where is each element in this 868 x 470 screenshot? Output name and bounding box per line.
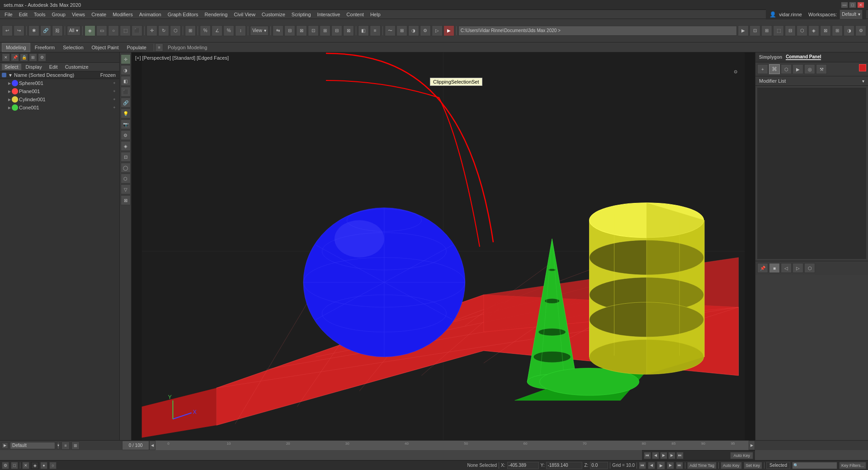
layer-manager[interactable]: ◧ [358, 25, 369, 36]
lt-smooth[interactable]: ◑ [121, 65, 131, 75]
menu-views[interactable]: Views [69, 11, 88, 18]
y-value[interactable]: -1859.140 [546, 462, 582, 469]
obj-name-cone[interactable]: Cone001 [19, 105, 110, 110]
mb-pin[interactable]: 📌 [757, 263, 768, 273]
username[interactable]: vidar.rinne [779, 12, 802, 17]
frame-nav-right[interactable]: ▶ [749, 441, 755, 450]
lt-mod[interactable]: ⚙ [121, 130, 131, 140]
selection-filter[interactable]: All▾ [67, 26, 80, 36]
select-crossing[interactable]: ⬚ [120, 25, 131, 36]
lt-cam[interactable]: 📷 [121, 119, 131, 129]
align-camera[interactable]: ⊟ [331, 25, 342, 36]
se-close[interactable]: ✕ [2, 53, 10, 61]
material-editor[interactable]: ◑ [408, 25, 419, 36]
scene-explorer-btn[interactable]: ≡ [370, 25, 381, 36]
se-pin[interactable]: 📌 [11, 53, 19, 61]
layer-name[interactable]: Default [10, 442, 55, 449]
obj-row-cylinder[interactable]: ▶ Cylinder001 + [0, 95, 119, 103]
lt-wire[interactable]: ◈ [121, 141, 131, 151]
snap-3d[interactable]: % [200, 25, 211, 36]
se-tab-display[interactable]: Display [23, 64, 45, 70]
obj-expand-cone[interactable]: ▶ [8, 106, 11, 110]
select-link[interactable]: 🔗 [40, 25, 51, 36]
play-btn[interactable]: ▶ [660, 452, 667, 459]
unlink-button[interactable]: ⛓ [52, 25, 63, 36]
minimize-button[interactable]: — [841, 2, 848, 8]
cp-utilities[interactable]: ⚒ [816, 64, 827, 74]
prev-frame[interactable]: ◀ [652, 452, 659, 459]
ref-coord-btn[interactable]: ⊞ [185, 25, 196, 36]
maximize-button[interactable]: □ [849, 2, 856, 8]
mb-extra[interactable]: ⬡ [804, 263, 815, 273]
set-key[interactable]: Set Key [744, 462, 763, 469]
close-button[interactable]: ✕ [857, 2, 864, 8]
se-cols[interactable]: ⊞ [29, 53, 37, 61]
menu-edit[interactable]: Edit [16, 11, 30, 18]
lt-iso[interactable]: ⬡ [121, 174, 131, 183]
sb-icon1[interactable]: ⚙ [2, 462, 9, 469]
se-lock[interactable]: 🔒 [20, 53, 28, 61]
menu-group[interactable]: Group [49, 11, 68, 18]
normal-align[interactable]: ⊡ [308, 25, 319, 36]
place-high[interactable]: ⊞ [320, 25, 330, 36]
render-frame[interactable]: ▷ [432, 25, 443, 36]
toolbar-btn-3[interactable]: ⬚ [773, 25, 784, 36]
lt-extra[interactable]: ⊠ [121, 195, 131, 205]
play-start[interactable]: ⏮ [644, 452, 651, 459]
viewport-nav-gizmo[interactable]: ⊙ [720, 56, 751, 89]
lt-link[interactable]: 🔗 [121, 98, 131, 108]
snap-spinner[interactable]: ↕ [235, 25, 246, 36]
select-region-circ[interactable]: ○ [108, 25, 119, 36]
undo-button[interactable]: ↩ [2, 25, 13, 36]
se-tab-edit[interactable]: Edit [47, 64, 61, 70]
obj-name-plane[interactable]: Plane001 [19, 89, 110, 94]
render-setup[interactable]: ⚙ [420, 25, 431, 36]
select-obj-btn[interactable]: ◈ [85, 25, 95, 36]
expand-btn[interactable]: ▶ [2, 442, 8, 449]
layer-icon1[interactable]: ≡ [61, 442, 70, 450]
view-dropdown[interactable]: View▾ [250, 26, 269, 36]
toolbar-btn-5[interactable]: ⬡ [797, 25, 807, 36]
cp-modify[interactable]: ⌘ [769, 64, 780, 74]
layer-dropdown[interactable]: ▾ [57, 442, 60, 449]
sub-extra-btn[interactable]: ≡ [155, 43, 163, 52]
frame-counter[interactable]: 0 / 100 [122, 441, 149, 450]
tab-modeling[interactable]: Modeling [2, 43, 30, 52]
se-tab-select[interactable]: Select [2, 64, 21, 70]
toolbar-btn-1[interactable]: ⊡ [750, 25, 760, 36]
search-input[interactable] [798, 463, 835, 468]
play-end[interactable]: ⏭ [676, 452, 684, 459]
sb-play-start[interactable]: ⏮ [639, 462, 646, 469]
menu-civil-view[interactable]: Civil View [231, 11, 258, 18]
sb-icon2[interactable]: □ [11, 462, 18, 469]
layer-icon2[interactable]: ⊞ [71, 442, 80, 450]
sb-icon4[interactable]: ◈ [31, 462, 38, 469]
menu-graph-editors[interactable]: Graph Editors [165, 11, 201, 18]
se-cfg[interactable]: ⚙ [38, 53, 46, 61]
render-btn[interactable]: ▶ [443, 25, 454, 36]
modifier-list-arrow[interactable]: ▾ [862, 79, 864, 84]
search-box[interactable]: 🔍 [792, 462, 837, 469]
select-region-rect[interactable]: ▭ [96, 25, 107, 36]
mb-active[interactable]: ■ [769, 263, 780, 273]
quick-align[interactable]: ⊠ [296, 25, 307, 36]
menu-animation[interactable]: Animation [137, 11, 164, 18]
cp-create[interactable]: + [757, 64, 768, 74]
lt-light[interactable]: 💡 [121, 108, 131, 118]
sb-end[interactable]: ⏭ [676, 462, 683, 469]
toolbar-btn-9[interactable]: ◑ [844, 25, 854, 36]
menu-create[interactable]: Create [89, 11, 109, 18]
color-swatch[interactable] [859, 64, 866, 71]
simplygon-tab[interactable]: Simplygon [759, 55, 782, 60]
auto-key[interactable]: Auto Key [721, 462, 742, 469]
menu-help[interactable]: Help [368, 11, 383, 18]
menu-tools[interactable]: Tools [31, 11, 48, 18]
redo-button[interactable]: ↪ [14, 25, 24, 36]
lt-snap[interactable]: ⊡ [121, 152, 131, 162]
toolbar-btn-4[interactable]: ⊟ [785, 25, 796, 36]
toolbar-btn-10[interactable]: ⚙ [855, 25, 866, 36]
mb-config[interactable]: ▷ [793, 263, 803, 273]
move-btn[interactable]: ✛ [146, 25, 157, 36]
frame-nav-left[interactable]: ◀ [149, 441, 156, 450]
select-button[interactable]: ✱ [28, 25, 39, 36]
